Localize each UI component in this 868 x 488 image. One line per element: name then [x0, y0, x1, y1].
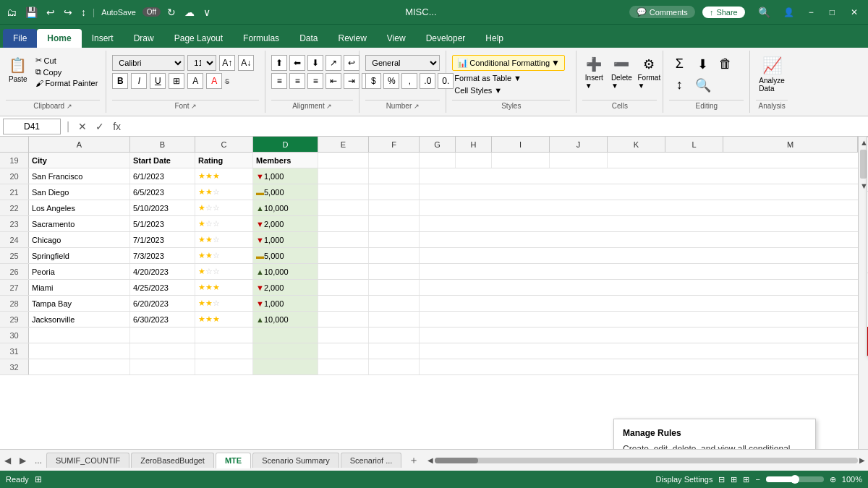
cell-d28[interactable]: ▼ 1,000 [253, 296, 318, 311]
cell-c32[interactable] [195, 359, 253, 374]
cell-e21[interactable] [318, 184, 369, 200]
h-scroll-track[interactable] [435, 458, 858, 463]
font-name-select[interactable]: Calibri [112, 55, 184, 71]
italic-button[interactable]: I [131, 73, 147, 89]
find-select-button[interactable]: 🔍 [692, 76, 714, 95]
sheet-tab-mte[interactable]: MTE [216, 453, 251, 468]
cell-f27[interactable] [369, 280, 420, 295]
indent-more-button[interactable]: ⇥ [344, 73, 359, 89]
align-center-button[interactable]: ≡ [289, 73, 305, 89]
cell-b26[interactable]: 4/20/2023 [130, 264, 195, 279]
cell-a27[interactable]: Miami [29, 280, 130, 295]
cell-a26[interactable]: Peoria [29, 264, 130, 279]
align-right-button[interactable]: ≡ [307, 73, 323, 89]
col-header-e[interactable]: E [318, 137, 369, 152]
cell-f26[interactable] [369, 264, 420, 279]
bold-button[interactable]: B [112, 73, 128, 89]
cell-b32[interactable] [130, 359, 195, 374]
clear-button[interactable]: 🗑 [715, 55, 736, 74]
align-bottom-button[interactable]: ⬇ [307, 55, 323, 71]
cell-c24[interactable]: ★★☆ [195, 232, 253, 247]
page-break-view-button[interactable]: ⊞ [743, 475, 749, 484]
autosave-toggle[interactable]: Off [142, 7, 161, 17]
sort-asc-icon[interactable]: ↕ [79, 5, 88, 20]
cell-styles-button[interactable]: Cell Styles ▼ [452, 85, 504, 95]
cell-i19[interactable] [492, 153, 550, 168]
col-header-a[interactable]: A [29, 137, 130, 152]
sort-filter-button[interactable]: ↕ [669, 76, 689, 95]
prev-sheet-button[interactable]: ◀ [0, 453, 15, 468]
cell-b23[interactable]: 5/1/2023 [130, 216, 195, 231]
zoom-slider-thumb[interactable] [791, 475, 799, 484]
border-button[interactable]: ⊞ [169, 73, 184, 89]
cell-d29[interactable]: ▲ 10,000 [253, 312, 318, 327]
col-header-f[interactable]: F [369, 137, 420, 152]
insert-function-button[interactable]: fx [110, 121, 124, 132]
cell-b24[interactable]: 7/1/2023 [130, 232, 195, 247]
redo-icon[interactable]: ↪ [61, 5, 75, 20]
format-as-table-button[interactable]: Format as Table ▼ [452, 73, 524, 83]
cell-e20[interactable] [318, 168, 369, 184]
cell-f32[interactable] [369, 359, 420, 374]
cell-f23[interactable] [369, 216, 420, 231]
user-icon[interactable]: 👤 [779, 6, 799, 19]
tab-developer[interactable]: Developer [416, 29, 476, 48]
file-icon[interactable]: 🗂 [4, 5, 19, 20]
cell-c29[interactable]: ★★★ [195, 312, 253, 327]
tab-page-layout[interactable]: Page Layout [164, 29, 233, 48]
conditional-formatting-button[interactable]: 📊 Conditional Formatting ▼ [452, 55, 565, 71]
cell-e24[interactable] [318, 232, 369, 247]
normal-view-button[interactable]: ⊟ [718, 475, 725, 484]
status-bar-icon[interactable]: ⊞ [35, 474, 42, 484]
cell-c26[interactable]: ★☆☆ [195, 264, 253, 279]
formula-input[interactable] [127, 120, 865, 133]
share-button[interactable]: ↑ Share [702, 7, 745, 18]
sheet-tab-scenario-summary[interactable]: Scenario Summary [252, 453, 339, 468]
cell-e23[interactable] [318, 216, 369, 231]
cell-b19[interactable]: Start Date [130, 153, 195, 168]
cell-a22[interactable]: Los Angeles [29, 200, 130, 215]
cell-e25[interactable] [318, 248, 369, 263]
cell-f25[interactable] [369, 248, 420, 263]
cell-a31[interactable] [29, 343, 130, 359]
cell-f31[interactable] [369, 343, 420, 359]
align-left-button[interactable]: ≡ [271, 73, 287, 89]
cell-c25[interactable]: ★★☆ [195, 248, 253, 263]
cell-f20[interactable] [369, 168, 420, 184]
fill-color-button[interactable]: A [187, 73, 203, 89]
cell-a23[interactable]: Sacramento [29, 216, 130, 231]
delete-button[interactable]: ➖ Delete ▼ [610, 55, 633, 91]
cell-f19[interactable] [369, 153, 420, 168]
shrink-font-button[interactable]: A↓ [238, 55, 254, 71]
col-header-m[interactable]: M [723, 137, 858, 152]
col-header-d[interactable]: D [253, 137, 318, 152]
cell-b31[interactable] [130, 343, 195, 359]
cell-f28[interactable] [369, 296, 420, 311]
cell-b27[interactable]: 4/25/2023 [130, 280, 195, 295]
currency-button[interactable]: $ [365, 73, 381, 89]
cell-f24[interactable] [369, 232, 420, 247]
cell-b29[interactable]: 6/30/2023 [130, 312, 195, 327]
col-header-k[interactable]: K [608, 137, 665, 152]
scroll-right-button[interactable]: ▶ [859, 456, 865, 464]
sheet-tab-sumif[interactable]: SUMIF_COUNTIF [46, 453, 129, 468]
save-icon[interactable]: 💾 [23, 5, 40, 20]
cell-f21[interactable] [369, 184, 420, 200]
cell-d25[interactable]: ▬ 5,000 [253, 248, 318, 263]
col-header-b[interactable]: B [130, 137, 195, 152]
increase-decimal-button[interactable]: .0 [420, 73, 435, 89]
tab-home[interactable]: Home [37, 29, 81, 48]
cell-e26[interactable] [318, 264, 369, 279]
search-icon[interactable]: 🔍 [754, 5, 775, 20]
tab-help[interactable]: Help [475, 29, 514, 48]
cell-c31[interactable] [195, 343, 253, 359]
cell-d24[interactable]: ▼ 1,000 [253, 232, 318, 247]
cell-c22[interactable]: ★☆☆ [195, 200, 253, 215]
number-format-select[interactable]: General [365, 55, 440, 71]
cell-e27[interactable] [318, 280, 369, 295]
cell-c19[interactable]: Rating [195, 153, 253, 168]
cell-e19[interactable] [318, 153, 369, 168]
wrap-text-button[interactable]: ↩ [344, 55, 359, 71]
cell-c27[interactable]: ★★★ [195, 280, 253, 295]
zoom-out-button[interactable]: − [755, 475, 760, 484]
